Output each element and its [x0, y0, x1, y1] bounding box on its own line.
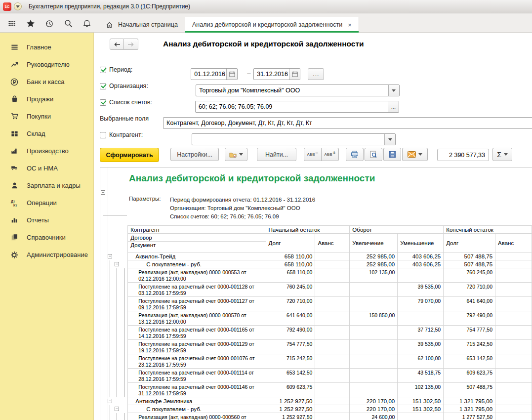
cell-decrease: 79 070,00: [398, 297, 444, 311]
table-row[interactable]: Поступление на расчетный счет 0000-00112…: [100, 340, 532, 354]
sidebar-item[interactable]: Справочники: [0, 229, 93, 246]
period-more-button[interactable]: ...: [308, 68, 324, 80]
tab-report-active[interactable]: Анализ дебиторской и кредиторской задолж…: [185, 17, 359, 33]
tool-button[interactable]: [79, 17, 95, 30]
tool-button[interactable]: [23, 17, 39, 30]
tab-close-icon[interactable]: ×: [348, 21, 352, 29]
table-row[interactable]: Поступление на расчетный счет 0000-00107…: [100, 354, 532, 369]
table-row[interactable]: − Аквилон-Трейд 658 110,00 252 985,00 40…: [100, 252, 532, 260]
print-button[interactable]: [346, 148, 364, 161]
collapse-groups-button[interactable]: АБВ−: [304, 148, 322, 161]
tab-home[interactable]: Начальная страница: [97, 17, 185, 33]
print-preview-icon: [369, 151, 377, 158]
report-variants-button[interactable]: [225, 148, 247, 161]
collapse-group-icon[interactable]: −: [108, 254, 112, 258]
sidebar-item[interactable]: Продажи: [0, 90, 93, 108]
col-counterparty[interactable]: Контрагент: [128, 226, 266, 234]
collapse-report-icon[interactable]: −: [101, 190, 105, 195]
table-row[interactable]: Поступление на расчетный счет 0000-00114…: [100, 383, 532, 397]
col-advance-open[interactable]: Аванс: [315, 234, 350, 252]
period-label: Период:: [109, 66, 132, 73]
favorites-star-icon: [25, 19, 36, 28]
period-to-field[interactable]: 31.12.2016: [253, 68, 300, 80]
main-menu-dropdown-button[interactable]: [14, 2, 22, 10]
organization-dropdown-button[interactable]: [388, 85, 399, 96]
sidebar-item[interactable]: ДтКт Операции: [0, 194, 93, 211]
col-advance-close[interactable]: Аванс: [495, 234, 532, 252]
report-table: Контрагент Начальный остаток Оборот Коне…: [100, 225, 532, 420]
sidebar-item[interactable]: Администрирование: [0, 246, 93, 263]
table-row[interactable]: Поступление на расчетный счет 0000-00111…: [100, 369, 532, 383]
accounts-more-button[interactable]: ...: [388, 101, 399, 112]
back-button[interactable]: [110, 39, 124, 50]
accounts-field[interactable]: 60; 62; 76.06; 76.05; 76.09 ...: [195, 101, 399, 113]
table-row[interactable]: Поступление на расчетный счет 0000-00116…: [100, 326, 532, 340]
table-row[interactable]: − Антикафе Земляника 1 252 927,50 220 17…: [100, 397, 532, 405]
col-closing-balance[interactable]: Конечный остаток: [444, 226, 532, 234]
chevron-down-icon: [392, 89, 396, 92]
counterparty-checkbox[interactable]: [100, 132, 106, 138]
table-row[interactable]: Реализация (акт, накладная) 0000-000553 …: [100, 268, 532, 283]
find-button[interactable]: Найти...: [257, 148, 296, 161]
svg-text:Кт: Кт: [13, 204, 17, 207]
settings-button[interactable]: Настройки...: [170, 148, 219, 161]
cell-debt-close: 1 321 795,00: [444, 405, 495, 413]
sidebar-item[interactable]: Покупки: [0, 108, 93, 125]
counterparty-field[interactable]: [192, 133, 396, 145]
col-document[interactable]: Документ: [128, 242, 266, 252]
collapse-group-icon[interactable]: −: [115, 262, 119, 266]
tool-button[interactable]: [41, 17, 57, 30]
sidebar-item[interactable]: Производство: [0, 142, 93, 160]
sidebar-item[interactable]: Банк и касса: [0, 73, 93, 90]
home-icon: [104, 20, 115, 29]
col-opening-balance[interactable]: Начальный остаток: [266, 226, 350, 234]
cell-advance-close: [495, 383, 532, 397]
table-row[interactable]: Поступление на расчетный счет 0000-00112…: [100, 283, 532, 297]
table-row[interactable]: − С покупателем - руб. 1 252 927,50 220 …: [100, 405, 532, 413]
1c-logo-icon: 1С: [3, 2, 11, 11]
counterparty-dropdown-button[interactable]: [384, 134, 395, 145]
sidebar-item[interactable]: Отчеты: [0, 211, 93, 229]
save-button[interactable]: [383, 148, 401, 161]
generate-button[interactable]: Сформировать: [100, 148, 159, 162]
fields-field[interactable]: Контрагент, Договор, Документ, Дт, Кт, Д…: [163, 117, 532, 129]
expand-groups-button[interactable]: АБВ+: [321, 148, 339, 161]
calendar-button[interactable]: [226, 69, 237, 80]
sidebar-item[interactable]: Зарплата и кадры: [0, 177, 93, 194]
sidebar-item[interactable]: Руководителю: [0, 56, 93, 73]
cell-debt-open: 754 777,50: [266, 340, 315, 354]
collapse-group-icon[interactable]: −: [115, 407, 119, 411]
accounts-checkbox[interactable]: [100, 99, 106, 106]
period-checkbox[interactable]: [100, 67, 106, 73]
table-row[interactable]: Поступление на расчетный счет 0000-00112…: [100, 297, 532, 311]
table-row[interactable]: − С покупателем - руб. 658 110,00 252 98…: [100, 260, 532, 268]
forward-button[interactable]: [124, 39, 138, 50]
organization-checkbox[interactable]: [100, 83, 106, 89]
cell-increase: [350, 383, 398, 397]
table-row[interactable]: Реализация (акт, накладная) 0000-000560 …: [100, 413, 532, 420]
calendar-button[interactable]: [289, 69, 300, 80]
col-turnover[interactable]: Оборот: [350, 226, 444, 234]
table-row[interactable]: Реализация (акт, накладная) 0000-000570 …: [100, 311, 532, 326]
cell-advance-close: [495, 340, 532, 354]
cell-debt-close: 720 710,00: [444, 283, 495, 297]
col-increase[interactable]: Увеличение: [350, 234, 398, 252]
col-contract[interactable]: Договор: [128, 234, 266, 242]
sum-button[interactable]: Σ: [492, 148, 512, 161]
sidebar-item[interactable]: Склад: [0, 125, 93, 142]
col-decrease[interactable]: Уменьшение: [398, 234, 444, 252]
arrow-left-icon: [114, 42, 121, 47]
col-debt-close[interactable]: Долг: [444, 234, 495, 252]
tool-button[interactable]: [60, 17, 76, 30]
tool-button[interactable]: [4, 17, 20, 30]
preview-button[interactable]: [365, 148, 382, 161]
cell-advance-close: [495, 397, 532, 405]
send-mail-button[interactable]: [402, 148, 428, 161]
cell-advance-open: [315, 369, 350, 383]
sidebar-item[interactable]: ОС и НМА: [0, 160, 93, 177]
collapse-group-icon[interactable]: −: [108, 399, 112, 403]
organization-field[interactable]: Торговый дом "Комплексный" ООО: [196, 84, 400, 96]
sidebar-item[interactable]: Главное: [0, 39, 93, 56]
col-debt-open[interactable]: Долг: [266, 234, 315, 252]
period-from-field[interactable]: 01.12.2016: [191, 68, 238, 80]
